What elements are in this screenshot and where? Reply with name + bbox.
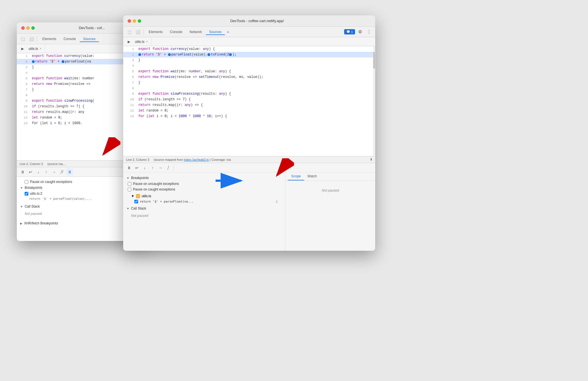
file-tab-close-1[interactable]: × bbox=[39, 47, 42, 50]
breakpoint-file-1: utils.ts:2 bbox=[30, 192, 42, 196]
step-into-btn-2[interactable]: ↑ bbox=[149, 164, 156, 171]
traffic-lights-1 bbox=[21, 26, 35, 30]
active-pause-btn-1[interactable]: ⏸ bbox=[66, 168, 73, 176]
pause-btn-1[interactable]: ⏸ bbox=[19, 168, 26, 176]
bp-line-item-2: return '$' + parseFloat(va... 2 bbox=[127, 199, 282, 204]
code-line-2-11: 11 return results.map((r: any) => { bbox=[123, 102, 375, 108]
pause-btn-2[interactable]: ⏸ bbox=[125, 164, 133, 171]
step-out-btn-2[interactable]: → bbox=[157, 164, 164, 171]
step-over-btn-1[interactable]: ↓ bbox=[35, 168, 42, 176]
source-map-2: (source mapped from index.1ac4eab2.js ) … bbox=[154, 158, 231, 161]
debug-sep-2 bbox=[174, 165, 174, 170]
device-icon[interactable]: ⬜ bbox=[27, 35, 35, 43]
step-out-btn-1[interactable]: → bbox=[50, 168, 58, 176]
breakpoint-checkbox-1[interactable] bbox=[25, 192, 28, 196]
close-button-1[interactable] bbox=[21, 26, 25, 30]
scope-tab-2[interactable]: Scope bbox=[288, 173, 304, 180]
status-bar-2: Line 2, Column 3 (source mapped from ind… bbox=[123, 156, 375, 163]
device-icon-2[interactable]: ⬜ bbox=[134, 28, 142, 36]
tab-elements-2[interactable]: Elements bbox=[145, 29, 166, 35]
pause-uncaught-row-2: Pause on uncaught exceptions bbox=[123, 181, 285, 187]
file-tab-name-2: utils.ts bbox=[135, 40, 144, 44]
code-editor-2: 1 export function currency(value: any) {… bbox=[123, 46, 375, 156]
file-tab-close-2[interactable]: × bbox=[146, 40, 148, 43]
scrollbar-thumb-2[interactable] bbox=[373, 52, 375, 69]
bp-line-checkbox-2[interactable] bbox=[134, 200, 138, 203]
tab-network-2[interactable]: Network bbox=[186, 29, 205, 35]
code-line-2-13: 13 for (let i = 0; i < 1000 * 1000 * 10;… bbox=[123, 113, 375, 119]
cs-label-2: Call Stack bbox=[131, 206, 146, 210]
pause-caught-checkbox-1[interactable] bbox=[25, 180, 28, 184]
callstack-label-1: Call Stack bbox=[25, 205, 40, 208]
main-content-2: 1 export function currency(value: any) {… bbox=[123, 46, 375, 156]
play-btn-2[interactable]: ▶ bbox=[125, 38, 132, 45]
breakpoints-arrow-1: ▼ bbox=[20, 186, 23, 189]
code-line-2-4: 4 bbox=[123, 63, 375, 69]
scope-panel-2: Scope Watch Not paused bbox=[286, 173, 375, 251]
devtools-window-2: DevTools - coffee-cart.netlify.app/ ⬚ ⬜ … bbox=[123, 15, 375, 251]
file-icon-2: TS bbox=[136, 194, 140, 198]
file-tab-utils-1[interactable]: utils.ts × bbox=[26, 44, 45, 53]
scope-not-paused-2: Not paused bbox=[291, 186, 370, 195]
close-button-2[interactable] bbox=[128, 19, 131, 23]
bp-file-arrow-2: ▼ bbox=[131, 194, 134, 198]
callstack-header-2[interactable]: ▼ Call Stack bbox=[127, 205, 282, 212]
tab-sources-2[interactable]: Sources bbox=[206, 29, 225, 35]
scrollbar-2[interactable] bbox=[373, 46, 375, 156]
inspect-icon[interactable]: ⬚ bbox=[19, 35, 27, 43]
maximize-button-2[interactable] bbox=[138, 19, 141, 23]
pause-uncaught-checkbox-2[interactable] bbox=[128, 182, 131, 186]
breakpoints-section-header-2[interactable]: ▼ Breakpoints bbox=[123, 175, 285, 181]
deactivate-btn-2[interactable]: ⧸ bbox=[165, 164, 172, 171]
code-line-2-12: 12 let random = 0; bbox=[123, 108, 375, 113]
file-tab-utils-2[interactable]: utils.ts × bbox=[132, 37, 151, 46]
download-icon-2[interactable]: ⬇ bbox=[370, 158, 372, 161]
callstack-section-2: ▼ Call Stack Not paused bbox=[123, 205, 285, 220]
code-line-2-9: 9 export function slowProcessing(results… bbox=[123, 91, 375, 97]
pause-caught-checkbox-2[interactable] bbox=[128, 188, 131, 191]
more-btn-2[interactable]: ⋮ bbox=[365, 28, 373, 36]
feedback-icon-2: 💬 bbox=[346, 30, 350, 34]
tab-sources-1[interactable]: Sources bbox=[80, 36, 99, 42]
bp-section-label-2: Breakpoints bbox=[131, 176, 149, 180]
maximize-button-1[interactable] bbox=[31, 26, 35, 30]
feedback-btn-2[interactable]: 💬 1 bbox=[344, 29, 355, 34]
deactivate-btn-1[interactable]: ⧸/ bbox=[58, 168, 66, 176]
inspect-icon-2[interactable]: ⬚ bbox=[125, 28, 133, 36]
bp-line-num-2: 2 bbox=[276, 200, 277, 203]
code-line-2-5: 5 export function wait(ms: number, value… bbox=[123, 69, 375, 74]
pause-caught-label-1: Pause on caught exceptions bbox=[30, 180, 72, 184]
settings-btn-2[interactable]: ⚙ bbox=[356, 28, 364, 36]
bp-file-section-2: ▼ TS utils.ts return '$' + parseFloat(va… bbox=[123, 192, 285, 205]
play-btn-1[interactable]: ▶ bbox=[19, 45, 26, 52]
code-line-2-8: 8 bbox=[123, 85, 375, 91]
debug-toolbar-2: ⏸ ↩ ↓ ↑ → ⧸ bbox=[123, 163, 375, 172]
watch-tab-2[interactable]: Watch bbox=[304, 173, 320, 180]
step-over-btn-2[interactable]: ↓ bbox=[141, 164, 148, 171]
pause-caught-label-2: Pause on caught exceptions bbox=[133, 187, 175, 191]
tab-more-2[interactable]: » bbox=[225, 29, 231, 35]
position-1: Line 2, Column 3 bbox=[20, 162, 43, 166]
bottom-section-2: ▼ Breakpoints Pause on uncaught exceptio… bbox=[123, 172, 375, 251]
code-line-2-3: 3 } bbox=[123, 57, 375, 63]
tab-elements-1[interactable]: Elements bbox=[39, 36, 60, 42]
bp-line-code-2: return '$' + parseFloat(va... bbox=[140, 200, 193, 203]
bp-file-header-2: ▼ TS utils.ts bbox=[127, 193, 282, 199]
tab-console-1[interactable]: Console bbox=[60, 36, 79, 42]
minimize-button-1[interactable] bbox=[26, 26, 30, 30]
tab-separator-2 bbox=[143, 29, 144, 35]
tab-console-2[interactable]: Console bbox=[167, 29, 186, 35]
not-paused-2: Not paused bbox=[127, 212, 282, 220]
pause-caught-row-2: Pause on caught exceptions bbox=[123, 187, 285, 192]
minimize-button-2[interactable] bbox=[133, 19, 136, 23]
callstack-arrow-1: ▼ bbox=[20, 205, 23, 208]
resume-btn-1[interactable]: ↩ bbox=[27, 168, 34, 176]
source-map-1: (source ma... bbox=[47, 162, 65, 166]
step-into-btn-1[interactable]: ↑ bbox=[43, 168, 50, 176]
source-file-link-2[interactable]: index.1ac4eab2.js bbox=[184, 158, 209, 161]
scope-content-2: Not paused bbox=[286, 181, 375, 200]
resume-btn-2[interactable]: ↩ bbox=[133, 164, 141, 171]
traffic-lights-2 bbox=[128, 19, 141, 23]
position-2: Line 2, Column 3 bbox=[126, 158, 149, 161]
pause-uncaught-label-2: Pause on uncaught exceptions bbox=[133, 182, 179, 186]
